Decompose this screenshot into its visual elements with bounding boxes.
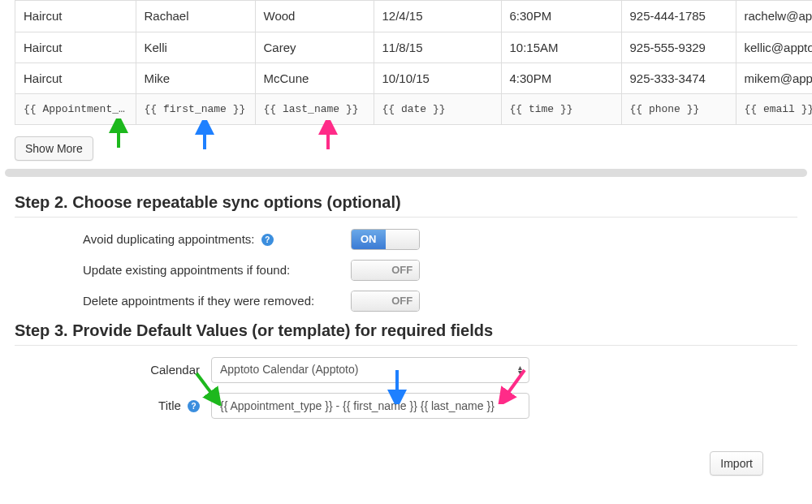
divider — [15, 217, 797, 218]
toggle-knob — [352, 291, 386, 311]
cell-type: Haircut — [15, 1, 136, 32]
placeholder-first[interactable]: {{ first_name }} — [136, 93, 255, 124]
cell-phone: 925-333-3474 — [621, 62, 736, 93]
placeholder-type[interactable]: {{ Appointment_typ… — [15, 93, 136, 124]
placeholder-date[interactable]: {{ date }} — [374, 93, 501, 124]
cell-last: McCune — [255, 62, 374, 93]
table-row: Haircut Mike McCune 10/10/15 4:30PM 925-… — [15, 62, 812, 93]
cell-last: Carey — [255, 32, 374, 62]
calendar-select-value: Apptoto Calendar (Apptoto) — [220, 363, 358, 376]
cell-email: mikem@appto — [736, 62, 812, 93]
cell-first: Mike — [136, 62, 255, 93]
cell-phone: 925-555-9329 — [621, 32, 736, 62]
cell-date: 11/8/15 — [374, 32, 501, 62]
update-existing-toggle[interactable]: OFF — [351, 260, 420, 281]
help-icon[interactable]: ? — [188, 400, 200, 412]
placeholder-phone[interactable]: {{ phone }} — [621, 93, 736, 124]
delete-removed-toggle[interactable]: OFF — [351, 291, 420, 312]
chevron-updown-icon: ▴▾ — [518, 365, 522, 375]
placeholder-last[interactable]: {{ last_name }} — [255, 93, 374, 124]
cell-email: rachelw@appt — [736, 1, 812, 32]
toggle-off-label: OFF — [386, 291, 420, 311]
cell-time: 4:30PM — [501, 62, 621, 93]
cell-phone: 925-444-1785 — [621, 1, 736, 32]
update-existing-label: Update existing appointments if found: — [83, 263, 290, 277]
calendar-select[interactable]: Apptoto Calendar (Apptoto) ▴▾ — [211, 357, 529, 383]
help-icon[interactable]: ? — [261, 234, 274, 246]
toggle-knob — [352, 261, 386, 280]
title-input[interactable] — [211, 393, 529, 419]
avoid-dup-label: Avoid duplicating appointments: — [83, 232, 255, 246]
table-row: Haircut Rachael Wood 12/4/15 6:30PM 925-… — [15, 1, 812, 32]
cell-first: Rachael — [136, 1, 255, 32]
toggle-knob — [386, 230, 420, 249]
cell-time: 10:15AM — [501, 32, 621, 62]
step2-heading: Step 2. Choose repeatable sync options (… — [15, 193, 812, 212]
cell-email: kellic@apptoto — [736, 32, 812, 62]
horizontal-scrollbar[interactable] — [5, 169, 807, 177]
toggle-on-label: ON — [352, 230, 386, 249]
calendar-label: Calendar — [0, 363, 211, 377]
appointments-table: Haircut Rachael Wood 12/4/15 6:30PM 925-… — [15, 0, 812, 125]
cell-first: Kelli — [136, 32, 255, 62]
show-more-button[interactable]: Show More — [15, 136, 93, 161]
cell-time: 6:30PM — [501, 1, 621, 32]
cell-type: Haircut — [15, 62, 136, 93]
title-label: Title — [158, 398, 181, 412]
delete-removed-label: Delete appointments if they were removed… — [83, 294, 314, 308]
table-placeholder-row[interactable]: {{ Appointment_typ… {{ first_name }} {{ … — [15, 93, 812, 124]
placeholder-time[interactable]: {{ time }} — [501, 93, 621, 124]
cell-date: 10/10/15 — [374, 62, 501, 93]
cell-date: 12/4/15 — [374, 1, 501, 32]
table-row: Haircut Kelli Carey 11/8/15 10:15AM 925-… — [15, 32, 812, 62]
cell-last: Wood — [255, 1, 374, 32]
placeholder-email[interactable]: {{ email }} — [736, 93, 812, 124]
cell-type: Haircut — [15, 32, 136, 62]
toggle-off-label: OFF — [386, 261, 420, 280]
avoid-dup-toggle[interactable]: ON — [351, 229, 420, 250]
step3-heading: Step 3. Provide Default Values (or templ… — [15, 321, 812, 340]
import-button[interactable]: Import — [710, 451, 763, 476]
divider — [15, 345, 797, 346]
